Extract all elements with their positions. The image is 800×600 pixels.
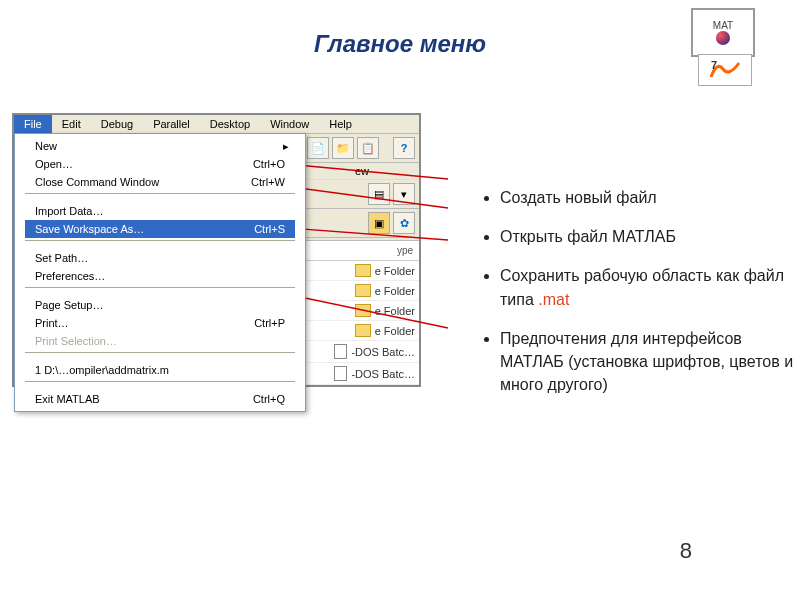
menu-debug[interactable]: Debug <box>91 115 143 133</box>
toolbar-help-icon[interactable]: ? <box>393 137 415 159</box>
list-icon[interactable]: ▤ <box>368 183 390 205</box>
slide-title: Главное меню <box>0 30 800 58</box>
matlab-window: File Edit Debug Parallel Desktop Window … <box>12 113 421 387</box>
menu-file[interactable]: File <box>14 115 52 133</box>
folder-icon <box>355 264 371 277</box>
menubar: File Edit Debug Parallel Desktop Window … <box>14 115 419 134</box>
menu-page-setup[interactable]: Page Setup… <box>25 296 295 314</box>
dropdown-arrow-icon[interactable]: ▾ <box>393 183 415 205</box>
file-dropdown: New▸ Open…Ctrl+O Close Command WindowCtr… <box>14 133 306 412</box>
menu-window[interactable]: Window <box>260 115 319 133</box>
menu-print-selection: Print Selection… <box>25 332 295 350</box>
bullet-prefs: Предпочтения для интерфейсов МАТЛАБ (уст… <box>500 327 800 397</box>
menu-parallel[interactable]: Parallel <box>143 115 200 133</box>
file-icon <box>334 366 347 381</box>
folder-btn-icon[interactable]: ▣ <box>368 212 390 234</box>
submenu-arrow-icon: ▸ <box>283 140 289 153</box>
bullet-save: Сохранить рабочую область как файл типа … <box>500 264 800 310</box>
matlab-logo-top: MAT <box>691 8 755 57</box>
menu-new[interactable]: New▸ <box>25 137 295 155</box>
menu-recent-file[interactable]: 1 D:\…ompiler\addmatrix.m <box>25 361 295 379</box>
toolbar-new-icon[interactable]: 📄 <box>307 137 329 159</box>
folder-icon <box>355 304 371 317</box>
annotation-list: Создать новый файл Открыть файл МАТЛАБ С… <box>460 186 800 412</box>
bullet-open: Открыть файл МАТЛАБ <box>500 225 800 248</box>
folder-icon <box>355 324 371 337</box>
toolbar-doc-icon[interactable]: 📋 <box>357 137 379 159</box>
menu-save-workspace-as[interactable]: Save Workspace As…Ctrl+S <box>25 220 295 238</box>
menu-exit[interactable]: Exit MATLABCtrl+Q <box>25 390 295 408</box>
toolbar-folder-icon[interactable]: 📁 <box>332 137 354 159</box>
menu-import-data[interactable]: Import Data… <box>25 202 295 220</box>
matlab-logo-wave: 7 <box>698 54 752 86</box>
gear-icon[interactable]: ✿ <box>393 212 415 234</box>
page-number: 8 <box>680 538 692 564</box>
svg-text:7: 7 <box>711 59 717 71</box>
col-type: ype <box>397 245 413 256</box>
tab-label[interactable]: ew <box>355 165 369 177</box>
file-icon <box>334 344 347 359</box>
menu-desktop[interactable]: Desktop <box>200 115 260 133</box>
menu-set-path[interactable]: Set Path… <box>25 249 295 267</box>
menu-close-command-window[interactable]: Close Command WindowCtrl+W <box>25 173 295 191</box>
folder-icon <box>355 284 371 297</box>
menu-edit[interactable]: Edit <box>52 115 91 133</box>
menu-print[interactable]: Print…Ctrl+P <box>25 314 295 332</box>
menu-open[interactable]: Open…Ctrl+O <box>25 155 295 173</box>
bullet-new: Создать новый файл <box>500 186 800 209</box>
menu-help[interactable]: Help <box>319 115 362 133</box>
menu-preferences[interactable]: Preferences… <box>25 267 295 285</box>
